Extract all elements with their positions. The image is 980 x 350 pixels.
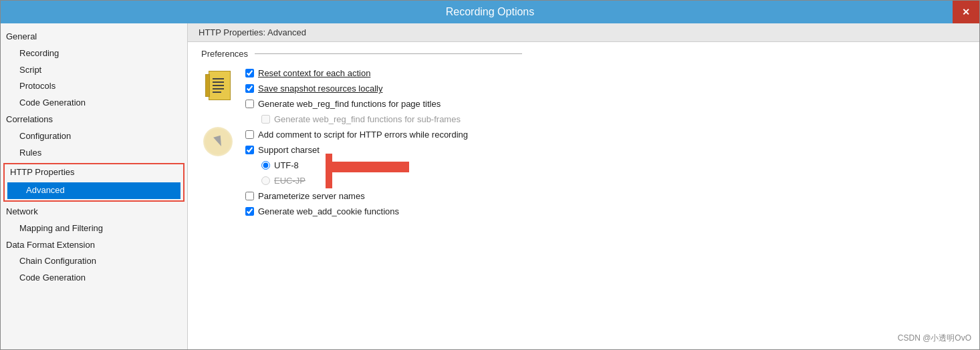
- preferences-divider: [255, 53, 522, 54]
- close-button[interactable]: ✕: [953, 1, 979, 23]
- generate-cookie-label[interactable]: Generate web_add_cookie functions: [258, 206, 399, 216]
- option-add-comment: Add comment to script for HTTP errors wh…: [245, 130, 966, 140]
- icons-column: [201, 68, 235, 222]
- generate-sub-frames-checkbox: [261, 115, 270, 124]
- preferences-label: Preferences: [201, 49, 248, 59]
- tree-item-data-format-extension[interactable]: Data Format Extension: [1, 237, 187, 254]
- tree-item-recording[interactable]: Recording: [1, 45, 187, 62]
- option-generate-sub-frames: Generate web_reg_find functions for sub-…: [261, 114, 966, 124]
- tree-item-mapping-filtering[interactable]: Mapping and Filtering: [1, 220, 187, 237]
- main-panel: HTTP Properties: Advanced Preferences: [188, 23, 979, 349]
- preferences-row: Preferences: [201, 49, 966, 59]
- tree-item-configuration[interactable]: Configuration: [1, 128, 187, 145]
- generate-cookie-checkbox[interactable]: [245, 207, 254, 216]
- watermark: CSDN @小透明OvO: [898, 333, 971, 344]
- content-area: General Recording Script Protocols Code …: [1, 23, 979, 349]
- dialog-title: Recording Options: [446, 6, 535, 17]
- tree-item-code-generation-general[interactable]: Code Generation: [1, 95, 187, 112]
- tree-item-protocols[interactable]: Protocols: [1, 78, 187, 95]
- tree-item-code-generation[interactable]: Code Generation: [1, 270, 187, 287]
- red-arrow-icon: [326, 154, 412, 188]
- options-area: Reset context for each action Save snaps…: [201, 68, 966, 222]
- utf8-label[interactable]: UTF-8: [274, 160, 299, 170]
- add-comment-checkbox[interactable]: [245, 130, 254, 139]
- add-comment-label[interactable]: Add comment to script for HTTP errors wh…: [258, 130, 468, 140]
- tree-panel: General Recording Script Protocols Code …: [1, 23, 188, 349]
- support-charset-label[interactable]: Support charset: [258, 145, 320, 155]
- option-generate-web-reg: Generate web_reg_find functions for page…: [245, 99, 966, 109]
- title-bar: Recording Options ✕: [1, 1, 979, 23]
- option-save-snapshot: Save snapshot resources locally: [245, 83, 966, 94]
- recording-options-dialog: Recording Options ✕ General Recording Sc…: [0, 0, 980, 350]
- parameterize-checkbox[interactable]: [245, 192, 254, 200]
- option-reset-context: Reset context for each action: [245, 68, 966, 78]
- cursor-icon: [203, 127, 233, 156]
- tree-item-rules[interactable]: Rules: [1, 145, 187, 162]
- support-charset-checkbox[interactable]: [245, 146, 254, 154]
- generate-web-reg-checkbox[interactable]: [245, 100, 254, 108]
- reset-context-label[interactable]: Reset context for each action: [258, 68, 370, 78]
- tree-item-correlations[interactable]: Correlations: [1, 112, 187, 128]
- option-generate-cookie: Generate web_add_cookie functions: [245, 206, 966, 216]
- parameterize-label[interactable]: Parameterize server names: [258, 191, 365, 201]
- option-parameterize: Parameterize server names: [245, 191, 966, 201]
- save-snapshot-label[interactable]: Save snapshot resources locally: [258, 83, 382, 94]
- tree-item-http-properties[interactable]: HTTP Properties: [5, 164, 183, 181]
- utf8-radio[interactable]: [261, 161, 270, 170]
- notebook-icon: [205, 71, 231, 100]
- save-snapshot-checkbox[interactable]: [245, 84, 254, 93]
- tree-item-network[interactable]: Network: [1, 204, 187, 220]
- euc-jp-radio: [261, 176, 270, 185]
- tree-item-chain-configuration[interactable]: Chain Configuration: [1, 253, 187, 270]
- section-header: HTTP Properties: Advanced: [188, 23, 979, 42]
- tree-item-advanced[interactable]: Advanced: [7, 182, 180, 199]
- utf8-row-container: UTF-8: [245, 160, 966, 170]
- tree-item-script[interactable]: Script: [1, 62, 187, 79]
- options-list: Reset context for each action Save snaps…: [245, 68, 966, 222]
- euc-jp-label: EUC-JP: [274, 176, 305, 186]
- generate-sub-frames-label: Generate web_reg_find functions for sub-…: [274, 114, 461, 124]
- tree-item-general[interactable]: General: [1, 29, 187, 45]
- reset-context-checkbox[interactable]: [245, 69, 254, 77]
- generate-web-reg-label[interactable]: Generate web_reg_find functions for page…: [258, 99, 441, 109]
